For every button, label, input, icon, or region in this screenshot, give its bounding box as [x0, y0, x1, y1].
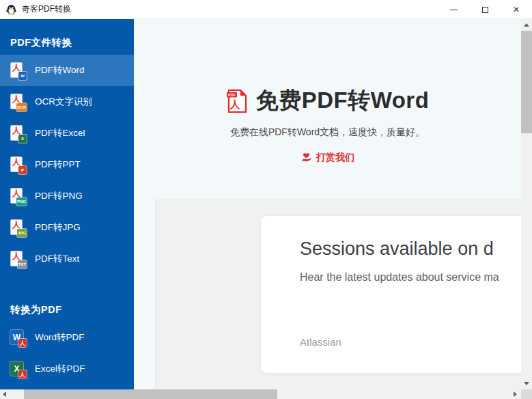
sidebar-item-pdf-to-excel[interactable]: 人 X PDF转Excel: [0, 118, 134, 149]
donate-link[interactable]: 打赏我们: [300, 152, 354, 164]
window-title: 奇客PDF转换: [22, 3, 71, 15]
heart-in-hand-icon: [300, 152, 312, 163]
ad-advertiser: Atlassian: [300, 336, 341, 348]
donate-label: 打赏我们: [316, 152, 354, 164]
title-bar: 奇客PDF转换 ✕: [0, 0, 532, 19]
vertical-scrollbar[interactable]: [521, 19, 532, 389]
ocr-icon: 人 OCR: [10, 93, 26, 111]
sidebar-item-label: PDF转Word: [35, 64, 85, 77]
scroll-right-icon[interactable]: [514, 391, 517, 397]
sidebar-item-label: PDF转Text: [35, 253, 79, 265]
sidebar-section-to-pdf: 转换为PDF: [0, 275, 134, 322]
pdf-to-ppt-icon: 人 P: [10, 156, 26, 174]
sidebar-item-pdf-to-ppt[interactable]: 人 P PDF转PPT: [0, 149, 134, 180]
pdf-file-icon: PDF 人: [226, 89, 247, 113]
horizontal-scrollbar[interactable]: [0, 389, 521, 399]
ad-panel: Sessions available on d Hear the latest …: [155, 200, 521, 389]
sidebar: PDF文件转换 人 W PDF转Word 人 OCR OCR文字识别 人 X P…: [0, 19, 134, 389]
scroll-left-icon[interactable]: [3, 391, 6, 397]
ad-description: Hear the latest updates about service ma: [300, 271, 521, 284]
page-title: 免费PDF转Word: [256, 85, 430, 116]
sidebar-item-pdf-to-png[interactable]: 人 PNG PDF转PNG: [0, 180, 134, 212]
app-window: 奇客PDF转换 ✕ PDF文件转换 人 W PDF转Word 人 OCR OCR…: [0, 0, 532, 399]
sidebar-item-label: Excel转PDF: [35, 363, 85, 375]
sidebar-item-pdf-to-word[interactable]: 人 W PDF转Word: [0, 55, 134, 86]
pdf-to-png-icon: 人 PNG: [10, 187, 26, 205]
minimize-button[interactable]: [438, 0, 469, 19]
scroll-up-icon[interactable]: [524, 23, 529, 27]
close-icon: ✕: [513, 5, 520, 14]
main-content: PDF 人 免费PDF转Word 免费在线PDF转Word文档，速度快，质量好。…: [134, 19, 521, 389]
maximize-button[interactable]: [469, 0, 501, 19]
vertical-scrollbar-thumb[interactable]: [521, 31, 532, 133]
sidebar-item-label: OCR文字识别: [35, 96, 92, 108]
word-to-pdf-icon: W 人: [10, 329, 26, 346]
maximize-icon: [482, 7, 488, 13]
excel-to-pdf-icon: X 人: [10, 360, 26, 378]
ad-title: Sessions available on d: [300, 238, 521, 260]
minimize-icon: [450, 10, 458, 10]
sidebar-item-pdf-to-text[interactable]: 人 TXT PDF转Text: [0, 243, 134, 275]
page-subtitle: 免费在线PDF转Word文档，速度快，质量好。: [134, 126, 521, 139]
pdf-to-jpg-icon: 人 JPG: [10, 219, 26, 236]
pdf-to-text-icon: 人 TXT: [10, 250, 26, 268]
sidebar-item-label: Word转PDF: [35, 331, 85, 344]
sidebar-item-ocr[interactable]: 人 OCR OCR文字识别: [0, 86, 134, 118]
app-logo-penguin-icon: [5, 3, 17, 15]
horizontal-scrollbar-thumb[interactable]: [24, 389, 277, 399]
window-controls: ✕: [438, 0, 532, 19]
scrollbar-corner: [521, 389, 532, 399]
scroll-down-icon[interactable]: [524, 382, 529, 385]
svg-text:PDF: PDF: [228, 93, 236, 97]
hero-section: PDF 人 免费PDF转Word 免费在线PDF转Word文档，速度快，质量好。…: [134, 85, 521, 166]
sidebar-item-word-to-pdf[interactable]: W 人 Word转PDF: [0, 322, 134, 353]
sidebar-item-excel-to-pdf[interactable]: X 人 Excel转PDF: [0, 353, 134, 385]
sidebar-item-label: PDF转Excel: [35, 127, 85, 139]
sidebar-item-label: PDF转PPT: [35, 159, 81, 171]
sidebar-section-pdf-convert: PDF文件转换: [0, 19, 134, 55]
ad-card[interactable]: Sessions available on d Hear the latest …: [260, 215, 521, 374]
pdf-to-excel-icon: 人 X: [10, 124, 26, 142]
sidebar-item-label: PDF转JPG: [35, 221, 81, 234]
sidebar-item-label: PDF转PNG: [35, 190, 83, 202]
sidebar-item-pdf-to-jpg[interactable]: 人 JPG PDF转JPG: [0, 212, 134, 243]
svg-text:人: 人: [229, 98, 240, 110]
pdf-to-word-icon: 人 W: [10, 61, 26, 79]
close-button[interactable]: ✕: [501, 0, 532, 19]
